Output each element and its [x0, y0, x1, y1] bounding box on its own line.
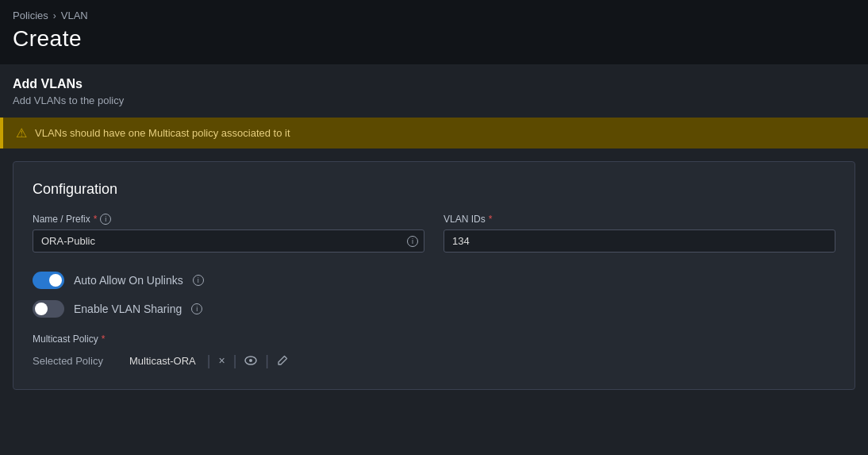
- name-field-info-icon[interactable]: i: [407, 236, 418, 247]
- enable-vlan-label: Enable VLAN Sharing: [74, 303, 182, 315]
- name-input[interactable]: [33, 229, 424, 253]
- warning-banner: ⚠ VLANs should have one Multicast policy…: [0, 118, 868, 148]
- config-title: Configuration: [33, 181, 835, 198]
- edit-policy-button[interactable]: [271, 352, 294, 369]
- auto-allow-thumb: [49, 274, 62, 287]
- enable-vlan-info-icon[interactable]: i: [191, 303, 202, 314]
- vlan-input-wrapper: [444, 229, 835, 253]
- vlan-ids-label: VLAN IDs *: [444, 214, 835, 225]
- selected-policy-row: Selected Policy Multicast-ORA | × | |: [33, 351, 835, 370]
- multicast-section: Multicast Policy * Selected Policy Multi…: [33, 334, 835, 370]
- config-panel: Configuration Name / Prefix * i i VLAN I…: [13, 161, 855, 390]
- multicast-required: *: [102, 334, 106, 345]
- breadcrumb-parent[interactable]: Policies: [13, 10, 48, 21]
- eye-icon: [244, 354, 257, 367]
- section-header: Add VLANs Add VLANs to the policy: [0, 64, 868, 111]
- auto-allow-row: Auto Allow On Uplinks i: [33, 272, 835, 289]
- name-required: *: [94, 214, 98, 225]
- warning-icon: ⚠: [16, 125, 27, 141]
- name-label: Name / Prefix * i: [33, 214, 424, 225]
- auto-allow-label: Auto Allow On Uplinks: [74, 274, 183, 287]
- svg-point-1: [249, 359, 252, 362]
- vlan-required: *: [489, 214, 493, 225]
- policy-actions: | × | |: [205, 351, 294, 370]
- multicast-policy-label: Multicast Policy *: [33, 334, 835, 345]
- divider-3: |: [263, 353, 271, 369]
- enable-vlan-row: Enable VLAN Sharing i: [33, 300, 835, 318]
- page-header: Policies › VLAN Create: [0, 0, 868, 64]
- name-info-icon[interactable]: i: [100, 214, 111, 225]
- edit-icon: [277, 355, 288, 366]
- content-area: Configuration Name / Prefix * i i VLAN I…: [0, 148, 868, 403]
- vlan-ids-input[interactable]: [444, 229, 835, 253]
- section-subtitle: Add VLANs to the policy: [13, 94, 855, 106]
- auto-allow-info-icon[interactable]: i: [193, 275, 204, 286]
- breadcrumb-current: VLAN: [61, 10, 88, 21]
- view-policy-button[interactable]: [238, 351, 263, 370]
- form-group-vlan: VLAN IDs *: [444, 214, 835, 253]
- selected-policy-value: Multicast-ORA: [120, 355, 205, 367]
- breadcrumb-separator: ›: [53, 10, 56, 21]
- form-row-main: Name / Prefix * i i VLAN IDs *: [33, 214, 835, 253]
- divider-1: |: [205, 353, 213, 369]
- form-group-name: Name / Prefix * i i: [33, 214, 424, 253]
- divider-2: |: [232, 353, 239, 369]
- enable-vlan-toggle[interactable]: [33, 300, 64, 318]
- toggles-section: Auto Allow On Uplinks i Enable VLAN Shar…: [33, 272, 835, 318]
- selected-policy-label: Selected Policy: [33, 355, 120, 367]
- auto-allow-toggle[interactable]: [33, 272, 64, 289]
- page-title: Create: [13, 26, 855, 52]
- name-input-wrapper: i: [33, 229, 424, 253]
- clear-policy-button[interactable]: ×: [212, 351, 231, 370]
- section-title: Add VLANs: [13, 77, 855, 91]
- enable-vlan-thumb: [35, 303, 48, 315]
- warning-message: VLANs should have one Multicast policy a…: [35, 127, 290, 139]
- breadcrumb: Policies › VLAN: [13, 10, 855, 21]
